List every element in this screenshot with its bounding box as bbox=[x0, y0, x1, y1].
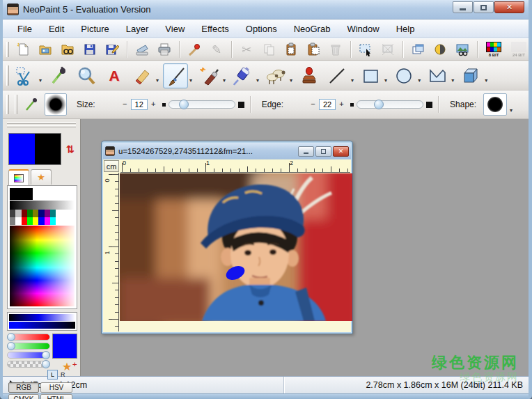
palette-swatch[interactable] bbox=[22, 217, 27, 225]
alpha-slider-knob[interactable] bbox=[42, 360, 50, 368]
left-mouse-color-button[interactable]: L bbox=[47, 370, 58, 380]
airbrush-tool[interactable] bbox=[230, 63, 255, 88]
paint-on-button[interactable] bbox=[185, 40, 203, 58]
edge-increase-button[interactable]: + bbox=[337, 100, 346, 109]
grayscale-gradient[interactable] bbox=[10, 201, 75, 210]
panel-grip[interactable] bbox=[7, 125, 76, 127]
menu-edit[interactable]: Edit bbox=[41, 22, 72, 36]
palette-swatch[interactable] bbox=[50, 210, 56, 217]
maximize-button[interactable] bbox=[474, 1, 494, 13]
palette-swatch[interactable] bbox=[15, 217, 21, 225]
tab-favorites[interactable]: ★ bbox=[31, 169, 52, 185]
palette-swatch[interactable] bbox=[50, 217, 56, 225]
convert-8bit-button[interactable]: 8 BIT bbox=[483, 40, 504, 59]
brush-shape-selector[interactable] bbox=[483, 93, 507, 116]
polygon-tool-dropdown[interactable]: ▾ bbox=[451, 77, 454, 84]
ruler-unit-button[interactable]: cm bbox=[104, 160, 119, 172]
toolbar-grip[interactable] bbox=[15, 95, 17, 114]
hsv-mode-button[interactable]: HSV bbox=[40, 382, 72, 393]
toolbar-grip[interactable] bbox=[6, 42, 9, 57]
menu-help[interactable]: Help bbox=[389, 22, 423, 36]
save-button[interactable] bbox=[81, 40, 99, 58]
print-button[interactable] bbox=[155, 40, 173, 58]
palette-swatch[interactable] bbox=[22, 210, 27, 217]
menu-picture[interactable]: Picture bbox=[73, 22, 116, 36]
clone-tool[interactable] bbox=[263, 63, 288, 88]
airbrush-dropdown[interactable]: ▾ bbox=[256, 77, 259, 84]
pick-brush-button[interactable] bbox=[22, 95, 40, 114]
stamp-tool[interactable] bbox=[297, 63, 322, 88]
document-window[interactable]: u=1524267529,2743511212&fm=21... ✕ cm 0 … bbox=[101, 141, 353, 334]
scan-button[interactable] bbox=[133, 40, 151, 58]
palette-swatch[interactable] bbox=[10, 217, 15, 225]
edge-decrease-button[interactable]: − bbox=[308, 100, 318, 109]
canvas-image[interactable] bbox=[120, 173, 352, 321]
add-favorite-color-button[interactable]: ★+ bbox=[62, 360, 77, 373]
paste-as-new-button[interactable] bbox=[304, 40, 322, 58]
shade-bar-dark[interactable] bbox=[9, 322, 75, 329]
red-slider-knob[interactable] bbox=[7, 333, 15, 341]
background-color-swatch[interactable] bbox=[35, 134, 61, 164]
green-slider-knob[interactable] bbox=[7, 342, 15, 350]
panel-grip[interactable] bbox=[7, 122, 76, 124]
eraser-tool-dropdown[interactable]: ▾ bbox=[156, 77, 159, 84]
toolbar-grip[interactable] bbox=[6, 95, 9, 114]
brightness-button[interactable] bbox=[431, 40, 449, 58]
paintbrush-tool[interactable] bbox=[163, 63, 188, 88]
line-tool-dropdown[interactable]: ▾ bbox=[351, 77, 354, 84]
size-value[interactable]: 12 bbox=[131, 99, 148, 110]
polygon-tool[interactable] bbox=[425, 63, 450, 88]
hue-saturation-picker[interactable] bbox=[10, 226, 75, 306]
palette-swatch[interactable] bbox=[33, 210, 38, 217]
document-minimize-button[interactable] bbox=[298, 146, 314, 157]
rectangle-tool-dropdown[interactable]: ▾ bbox=[384, 77, 387, 84]
new-file-button[interactable] bbox=[14, 40, 32, 58]
blue-slider-knob[interactable] bbox=[42, 351, 50, 359]
size-decrease-button[interactable]: − bbox=[120, 100, 130, 109]
menu-neograb[interactable]: NeoGrab bbox=[286, 22, 338, 36]
document-restore-button[interactable] bbox=[315, 146, 331, 157]
palette-swatch[interactable] bbox=[38, 217, 44, 225]
blue-slider[interactable] bbox=[7, 352, 50, 359]
edge-slider[interactable] bbox=[350, 100, 432, 109]
ellipse-tool-dropdown[interactable]: ▾ bbox=[418, 77, 421, 84]
menu-window[interactable]: Window bbox=[339, 22, 386, 36]
shade-bar-light[interactable] bbox=[9, 314, 75, 321]
menu-effects[interactable]: Effects bbox=[194, 22, 237, 36]
minimize-button[interactable] bbox=[453, 1, 473, 13]
clone-tool-dropdown[interactable]: ▾ bbox=[290, 77, 292, 84]
size-increase-button[interactable]: + bbox=[149, 100, 158, 109]
paste-button[interactable] bbox=[282, 40, 300, 58]
artistic-brush-tool[interactable] bbox=[196, 63, 221, 88]
select-tool-dropdown[interactable]: ▾ bbox=[39, 77, 42, 84]
palette-swatch[interactable] bbox=[33, 188, 56, 200]
palette-swatch[interactable] bbox=[10, 210, 15, 217]
size-slider[interactable] bbox=[162, 100, 244, 109]
alpha-slider[interactable] bbox=[7, 361, 50, 368]
html-mode-button[interactable]: HTML bbox=[40, 394, 72, 399]
pencil-edit-button[interactable]: ✎ bbox=[208, 40, 226, 58]
eraser-tool[interactable] bbox=[130, 63, 155, 88]
palette-swatch[interactable] bbox=[27, 210, 33, 217]
document-title-bar[interactable]: u=1524267529,2743511212&fm=21... ✕ bbox=[103, 143, 351, 159]
image-viewer-button[interactable] bbox=[453, 40, 471, 58]
cut-button[interactable]: ✂ bbox=[237, 40, 256, 58]
menu-options[interactable]: Options bbox=[238, 22, 285, 36]
line-tool[interactable] bbox=[324, 63, 350, 88]
palette-swatch[interactable] bbox=[45, 210, 50, 217]
text-tool[interactable]: A bbox=[102, 63, 127, 88]
rgb-mode-button[interactable]: RGB bbox=[8, 382, 39, 393]
swap-colors-icon[interactable]: ⇄ bbox=[64, 145, 77, 154]
select-all-button[interactable] bbox=[357, 40, 375, 58]
zoom-tool[interactable] bbox=[74, 63, 99, 88]
shape3d-tool[interactable] bbox=[458, 63, 483, 88]
document-close-button[interactable]: ✕ bbox=[333, 146, 349, 157]
close-button[interactable]: ✕ bbox=[494, 1, 524, 13]
convert-24bit-button[interactable]: 24 BIT bbox=[508, 40, 529, 59]
edge-value[interactable]: 22 bbox=[319, 99, 336, 110]
tab-colors[interactable] bbox=[8, 169, 29, 185]
crop-button[interactable] bbox=[379, 40, 397, 58]
ellipse-tool[interactable] bbox=[391, 63, 416, 88]
palette-swatch[interactable] bbox=[27, 217, 33, 225]
save-as-button[interactable] bbox=[103, 40, 121, 58]
